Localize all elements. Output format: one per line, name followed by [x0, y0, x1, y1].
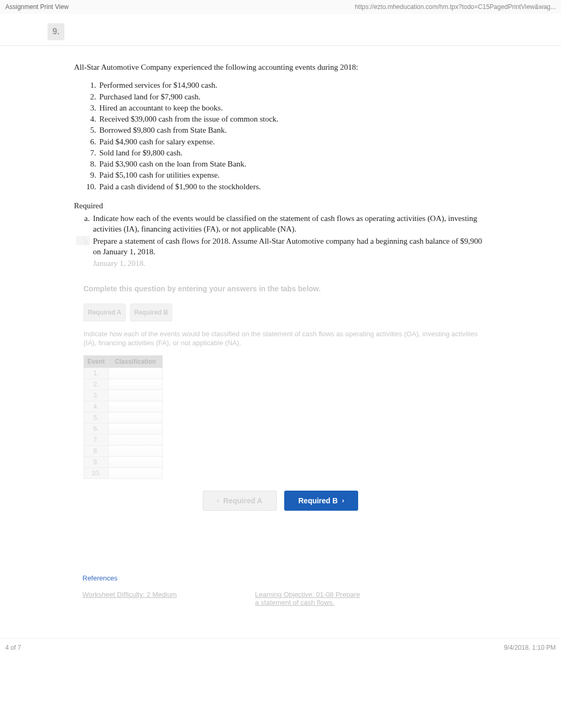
event-text: Sold land for $9,800 cash. [99, 148, 182, 158]
question-header: 9. [0, 14, 561, 46]
table-row: 2. [84, 379, 163, 390]
next-button[interactable]: Required B › [284, 491, 359, 511]
classification-input[interactable] [108, 468, 162, 479]
learning-objective-link[interactable]: Learning Objective: 01-08 Prepare [255, 591, 360, 598]
col-event: Event [84, 356, 109, 368]
event-text: Received $39,000 cash from the issue of … [99, 114, 278, 124]
table-row: 4. [84, 401, 163, 412]
event-text: Paid $3,900 cash on the loan from State … [99, 159, 246, 169]
col-classification: Classification [108, 356, 162, 368]
table-row: 9. [84, 457, 163, 468]
required-b-tail: January 1, 2018. [93, 258, 487, 269]
footer-links: References Worksheet Difficulty: 2 Mediu… [82, 574, 561, 606]
classification-input[interactable] [108, 423, 162, 435]
tab-required-b[interactable]: Required B [130, 303, 172, 321]
required-text: Indicate how each of the events would be… [93, 213, 487, 235]
event-text: Paid $4,900 cash for salary expense. [99, 136, 215, 147]
event-text: Performed services for $14,900 cash. [99, 80, 217, 90]
page-number: 4 of 7 [5, 644, 21, 651]
table-row: 5. [84, 412, 163, 423]
question-number: 9. [48, 23, 64, 40]
topbar-title: Assignment Print View [5, 3, 69, 11]
page-footer: 4 of 7 9/4/2018, 1:10 PM [0, 638, 561, 657]
problem-body: All-Star Automotive Company experienced … [0, 62, 561, 269]
part-a-instruction: Indicate how each of the events would be… [83, 330, 487, 348]
table-row: 10. [84, 468, 163, 479]
tab-required-a[interactable]: Required A [83, 303, 126, 321]
classification-input[interactable] [108, 390, 162, 401]
problem-intro: All-Star Automotive Company experienced … [74, 62, 487, 72]
topbar-url: https://ezto.mheducation.com/hm.tpx?todo… [355, 3, 556, 11]
events-list: 1.Performed services for $14,900 cash. 2… [82, 80, 487, 192]
nav-buttons: ‹ Required A Required B › [0, 491, 561, 511]
topbar: Assignment Print View https://ezto.mhedu… [0, 0, 561, 14]
difficulty-link[interactable]: Worksheet Difficulty: 2 Medium [82, 591, 177, 606]
table-row: 3. [84, 390, 163, 401]
event-text: Borrowed $9,800 cash from State Bank. [99, 125, 227, 135]
event-text: Hired an accountant to keep the books. [99, 103, 223, 113]
table-row: 1. [84, 368, 163, 379]
required-b-marker: b. [76, 236, 90, 245]
event-text: Purchased land for $7,900 cash. [99, 91, 201, 102]
tabs: Required A Required B [83, 303, 561, 321]
required-list: a. Indicate how each of the events would… [76, 213, 487, 257]
table-row: 8. [84, 446, 163, 457]
classification-input[interactable] [108, 435, 162, 446]
tab-instruction: Complete this question by entering your … [83, 284, 487, 293]
chevron-right-icon: › [342, 497, 344, 504]
classification-input[interactable] [108, 379, 162, 390]
classification-input[interactable] [108, 412, 162, 423]
table-row: 7. [84, 435, 163, 446]
required-label: Required [74, 200, 487, 211]
classification-input[interactable] [108, 457, 162, 468]
classification-input[interactable] [108, 401, 162, 412]
prev-button[interactable]: ‹ Required A [203, 491, 277, 511]
learning-objective-link-b[interactable]: a statement of cash flows. [255, 598, 334, 606]
event-text: Paid $5,100 cash for utilities expense. [99, 170, 220, 180]
chevron-left-icon: ‹ [217, 497, 219, 504]
classification-input[interactable] [108, 368, 162, 379]
event-text: Paid a cash dividend of $1,900 to the st… [99, 181, 261, 192]
references-link[interactable]: References [82, 574, 117, 582]
required-text: Prepare a statement of cash flows for 20… [93, 236, 487, 257]
page-datetime: 9/4/2018, 1:10 PM [504, 644, 556, 651]
classification-input[interactable] [108, 446, 162, 457]
table-row: 6. [84, 423, 163, 435]
classification-table: Event Classification 1. 2. 3. 4. 5. 6. 7… [83, 355, 163, 479]
